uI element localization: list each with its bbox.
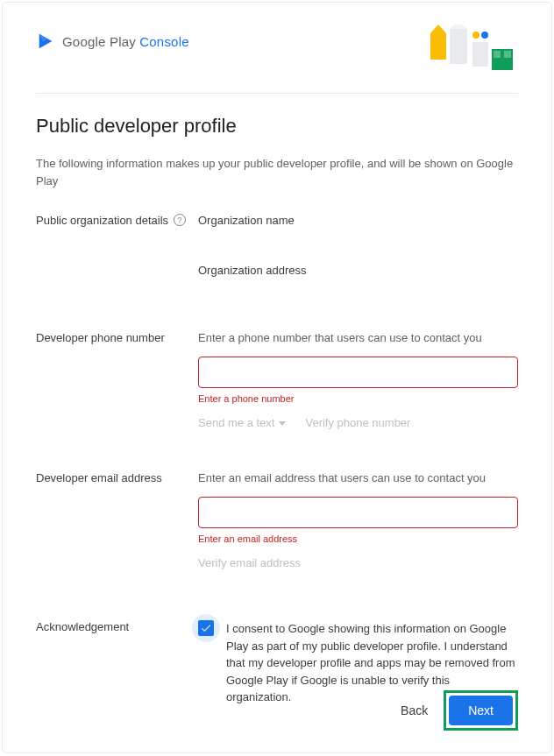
logo-text: Google Play Console (62, 34, 189, 49)
org-name-label: Organization name (198, 214, 518, 227)
email-section-label: Developer email address (36, 471, 198, 596)
svg-marker-1 (430, 25, 446, 33)
phone-hint: Enter a phone number that users can use … (198, 331, 518, 344)
svg-marker-3 (450, 25, 467, 29)
email-input[interactable] (198, 497, 518, 528)
phone-error: Enter a phone number (198, 393, 518, 404)
svg-point-4 (472, 32, 479, 39)
org-address-label: Organization address (198, 264, 518, 277)
back-button[interactable]: Back (401, 703, 428, 717)
ack-section-label: Acknowledgement (36, 620, 198, 706)
svg-rect-6 (472, 42, 488, 67)
email-hint: Enter an email address that users can us… (198, 471, 518, 484)
verify-phone-link: Verify phone number (305, 416, 410, 429)
phone-section-label: Developer phone number (36, 331, 198, 456)
consent-checkbox[interactable] (198, 620, 214, 636)
play-console-logo: Google Play Console (36, 32, 189, 51)
phone-input[interactable] (198, 357, 518, 388)
send-text-dropdown: Send me a text (198, 416, 286, 429)
svg-rect-9 (504, 51, 511, 58)
email-error: Enter an email address (198, 533, 518, 544)
verify-email-link: Verify email address (198, 556, 301, 569)
svg-point-5 (481, 32, 488, 39)
help-icon[interactable]: ? (174, 214, 186, 226)
page-title: Public developer profile (36, 115, 518, 138)
org-section-label: Public organization details ? (36, 214, 198, 280)
svg-rect-0 (430, 33, 446, 60)
svg-rect-8 (494, 51, 501, 58)
play-icon (36, 32, 55, 51)
decorative-illustration (430, 25, 518, 77)
divider (36, 93, 518, 94)
page-description: The following information makes up your … (36, 155, 518, 189)
chevron-down-icon (279, 421, 286, 426)
next-button-highlight: Next (444, 690, 518, 731)
svg-rect-2 (450, 29, 467, 64)
next-button[interactable]: Next (449, 696, 513, 725)
